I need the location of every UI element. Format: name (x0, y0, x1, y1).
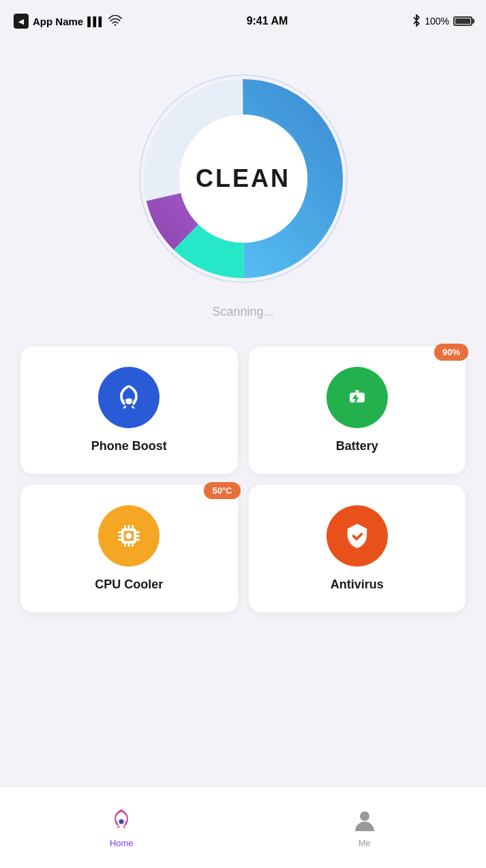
status-time: 9:41 AM (247, 15, 288, 27)
antivirus-card[interactable]: Antivirus (249, 485, 466, 612)
home-nav-icon (108, 807, 135, 834)
scanning-text: Scanning... (212, 305, 273, 319)
phone-boost-card[interactable]: Phone Boost (20, 346, 238, 474)
battery-badge: 90% (434, 344, 468, 361)
nav-home[interactable]: Home (0, 787, 243, 868)
battery-card[interactable]: 90% Battery (249, 346, 466, 474)
svg-point-25 (119, 820, 124, 824)
chart-center-label: CLEAN (196, 164, 290, 193)
bluetooth-icon (412, 14, 421, 29)
svg-rect-9 (355, 390, 359, 393)
home-nav-label: Home (110, 838, 134, 848)
nav-me[interactable]: Me (243, 787, 487, 868)
cpu-cooler-label: CPU Cooler (95, 578, 163, 592)
cpu-icon (114, 521, 144, 551)
cpu-icon-bg (98, 505, 160, 567)
app-name: App Name (33, 16, 83, 27)
donut-chart-container: CLEAN (134, 70, 352, 288)
battery-card-icon (342, 383, 372, 413)
main-content: CLEAN Scanning... Phone Boost 90% (0, 42, 486, 626)
battery-status-icon (453, 16, 472, 26)
phone-boost-label: Phone Boost (91, 439, 167, 453)
svg-point-12 (126, 533, 132, 539)
svg-point-0 (115, 24, 117, 26)
rocket-icon (114, 383, 144, 413)
status-bar: App Name ▌▌▌ 9:41 AM 100% (0, 0, 486, 42)
battery-icon-bg (326, 367, 388, 428)
status-left: App Name ▌▌▌ (14, 14, 122, 29)
battery-pct: 100% (425, 16, 449, 27)
antivirus-icon-bg (326, 505, 388, 567)
shield-icon (342, 521, 372, 551)
wifi-icon (108, 15, 122, 28)
battery-label: Battery (336, 439, 378, 453)
me-nav-label: Me (359, 838, 371, 848)
antivirus-label: Antivirus (331, 578, 384, 592)
svg-point-7 (126, 398, 132, 404)
bottom-nav: Home Me (0, 786, 486, 868)
cpu-badge: 50°C (204, 482, 240, 499)
app-icon (14, 14, 29, 29)
phone-boost-icon-bg (98, 367, 160, 428)
svg-point-26 (360, 811, 369, 821)
me-nav-icon (351, 807, 378, 834)
status-right: 100% (412, 14, 472, 29)
feature-grid: Phone Boost 90% Battery 50°C (20, 346, 466, 612)
cpu-cooler-card[interactable]: 50°C (20, 485, 238, 612)
signal-icon: ▌▌▌ (87, 16, 104, 27)
